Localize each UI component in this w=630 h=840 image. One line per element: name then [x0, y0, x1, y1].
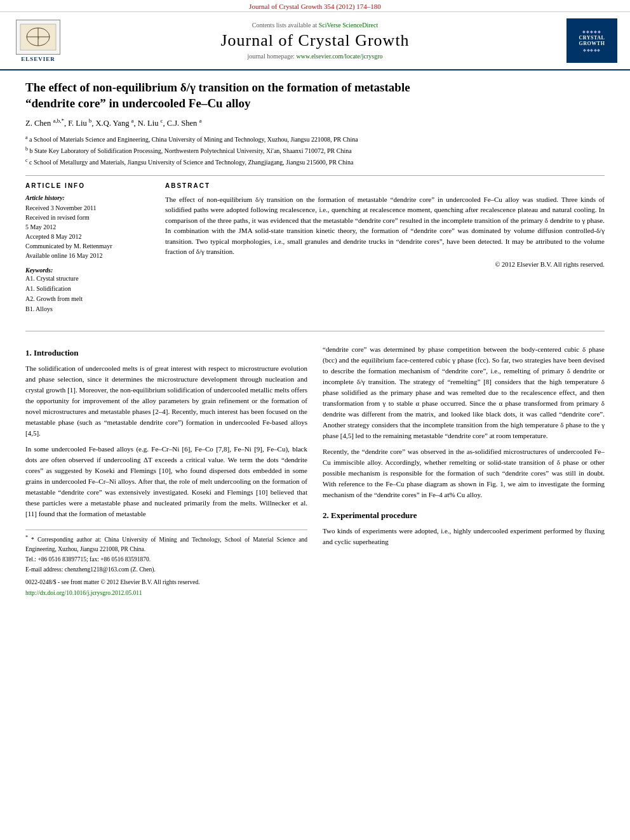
- banner-text: Journal of Crystal Growth 354 (2012) 174…: [249, 3, 381, 10]
- abstract-text: The effect of non-equilibrium δ/γ transi…: [165, 194, 605, 257]
- intro-para4: Recently, the “dendrite core” was observ…: [323, 446, 605, 500]
- revised-date: Received in revised form5 May 2012: [25, 213, 152, 232]
- body-right-col: “dendrite core” was determined by phase …: [323, 344, 605, 599]
- header-center: Contents lists available at SciVerse Sci…: [64, 22, 566, 60]
- abstract-section: ABSTRACT The effect of non-equilibrium δ…: [165, 182, 605, 321]
- contents-text: Contents lists available at: [252, 22, 317, 29]
- section2-para1: Two kinds of experiments were adopted, i…: [323, 526, 605, 547]
- body-content: 1. Introduction The solidification of un…: [25, 344, 605, 599]
- authors-line: Z. Chen a,b,*, F. Liu b, X.Q. Yang a, N.…: [25, 117, 605, 128]
- section2-heading: 2. Experimental procedure: [323, 509, 605, 522]
- section1-heading: 1. Introduction: [25, 347, 307, 359]
- divider-1: [25, 175, 605, 176]
- homepage-text: journal homepage:: [247, 53, 295, 60]
- article-title: The effect of non-equilibrium δ/γ transi…: [25, 80, 605, 111]
- intro-para2: In some undercooled Fe-based alloys (e.g…: [25, 444, 307, 519]
- main-content: The effect of non-equilibrium δ/γ transi…: [0, 70, 630, 611]
- sciverse-link[interactable]: SciVerse ScienceDirect: [319, 22, 379, 29]
- divider-2: [25, 331, 605, 331]
- body-two-col: 1. Introduction The solidification of un…: [25, 344, 605, 599]
- article-info: ARTICLE INFO Article history: Received 3…: [25, 182, 152, 321]
- info-abstract-section: ARTICLE INFO Article history: Received 3…: [25, 182, 605, 321]
- svg-text:⚕: ⚕: [37, 36, 39, 40]
- keywords-label: Keywords:: [25, 267, 152, 274]
- keywords-block: Keywords: A1. Crystal structure A1. Soli…: [25, 267, 152, 314]
- elsevier-logo: ⚕ ELSEVIER: [13, 20, 64, 62]
- accepted-date: Accepted 8 May 2012: [25, 232, 152, 241]
- affiliation-c: c c School of Metallurgy and Materials, …: [25, 157, 605, 167]
- elsevier-logo-image: ⚕: [16, 20, 60, 55]
- footnote-issn: 0022-0248/$ - see front matter © 2012 El…: [25, 578, 307, 587]
- abstract-copyright: © 2012 Elsevier B.V. All rights reserved…: [165, 261, 605, 268]
- crystal-growth-logo: ◆◆◆◆◆ CRYSTAL GROWTH ◆◆◆◆◆: [566, 18, 617, 63]
- footnote-tel: Tel.: +86 0516 83897715; fax: +86 0516 8…: [25, 555, 307, 564]
- footnote-corresponding: * * Corresponding author at: China Unive…: [25, 534, 307, 554]
- affiliation-b: b b State Key Laboratory of Solidificati…: [25, 145, 605, 156]
- keyword-1: A1. Crystal structure: [25, 274, 152, 284]
- article-info-heading: ARTICLE INFO: [25, 182, 152, 189]
- affiliation-a: a a School of Materials Science and Engi…: [25, 134, 605, 144]
- affiliations: a a School of Materials Science and Engi…: [25, 134, 605, 168]
- top-banner: Journal of Crystal Growth 354 (2012) 174…: [0, 0, 630, 12]
- intro-para3: “dendrite core” was determined by phase …: [323, 344, 605, 441]
- journal-title: Journal of Crystal Growth: [76, 31, 554, 50]
- footnote-doi[interactable]: http://dx.doi.org/10.1016/j.jcrysgro.201…: [25, 589, 307, 597]
- footnote-section: * * Corresponding author at: China Unive…: [25, 530, 307, 597]
- footnote-email: E-mail address: chenzheng1218@163.com (Z…: [25, 565, 307, 574]
- keywords-list: A1. Crystal structure A1. Solidification…: [25, 274, 152, 314]
- body-left-col: 1. Introduction The solidification of un…: [25, 344, 307, 599]
- keyword-2: A1. Solidification: [25, 284, 152, 294]
- history-label: Article history:: [25, 194, 152, 201]
- available-online: Available online 16 May 2012: [25, 251, 152, 260]
- keyword-4: B1. Alloys: [25, 304, 152, 314]
- abstract-heading: ABSTRACT: [165, 182, 605, 189]
- communicated: Communicated by M. Rettenmayr: [25, 241, 152, 251]
- received-date: Received 3 November 2011: [25, 203, 152, 213]
- homepage-line: journal homepage: www.elsevier.com/locat…: [76, 53, 554, 60]
- keyword-3: A2. Growth from melt: [25, 294, 152, 304]
- history-block: Article history: Received 3 November 201…: [25, 194, 152, 260]
- intro-para1: The solidification of undercooled melts …: [25, 363, 307, 439]
- elsevier-label: ELSEVIER: [21, 56, 55, 62]
- homepage-url[interactable]: www.elsevier.com/locate/jcrysgro: [297, 53, 383, 60]
- journal-header: ⚕ ELSEVIER Contents lists available at S…: [0, 12, 630, 70]
- contents-line: Contents lists available at SciVerse Sci…: [76, 22, 554, 29]
